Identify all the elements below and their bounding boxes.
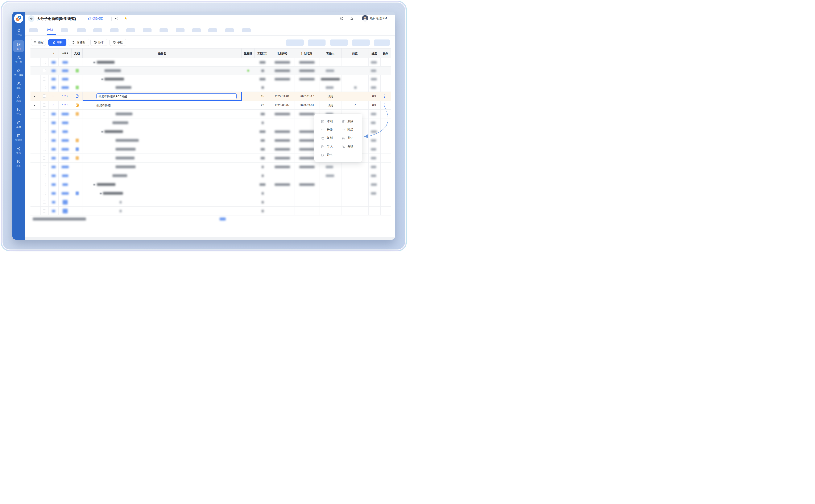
- row-checkbox[interactable]: [43, 130, 46, 133]
- tab-redacted[interactable]: [77, 28, 86, 32]
- help-button[interactable]: [340, 17, 344, 21]
- tab-plan[interactable]: 计划: [47, 28, 53, 32]
- menu-item-copy[interactable]: 复制: [321, 136, 333, 140]
- toolbar-redacted-button[interactable]: [308, 39, 326, 46]
- row-task[interactable]: 细胞株筛选: [96, 104, 111, 107]
- row-checkbox[interactable]: [43, 95, 46, 98]
- row-checkbox[interactable]: [43, 192, 46, 195]
- track-button[interactable]: 跟踪: [31, 39, 46, 46]
- col-duration[interactable]: 工期(天): [255, 49, 270, 58]
- drag-handle[interactable]: [34, 94, 37, 98]
- sidebar-item-team[interactable]: 团队: [12, 81, 25, 89]
- sidebar-item-workbench[interactable]: 工作台: [12, 28, 25, 36]
- col-wbs[interactable]: WBS: [58, 49, 72, 58]
- col-milestone[interactable]: 里程碑: [242, 49, 255, 58]
- sidebar-item-knowledge[interactable]: 知识库: [12, 134, 25, 142]
- redacted-caret: [93, 62, 95, 63]
- tab-redacted[interactable]: [126, 28, 135, 32]
- menu-item-promote[interactable]: 升级: [321, 127, 333, 132]
- col-actions[interactable]: 操作: [380, 49, 391, 58]
- sidebar-item-program[interactable]: 项目集: [12, 55, 25, 63]
- toolbar-redacted-button[interactable]: [286, 39, 304, 46]
- menu-item-export[interactable]: 导出: [321, 153, 333, 157]
- tab-redacted[interactable]: [29, 28, 38, 32]
- sidebar-item-label: 协作: [16, 152, 21, 155]
- tab-redacted[interactable]: [208, 28, 217, 32]
- col-plan-start[interactable]: 计划开始: [270, 49, 294, 58]
- col-plan-end[interactable]: 计划结束: [294, 49, 319, 58]
- toolbar-redacted-button[interactable]: [330, 39, 348, 46]
- toolbar-redacted-button[interactable]: [352, 39, 370, 46]
- row-checkbox[interactable]: [43, 156, 46, 160]
- menu-item-delete[interactable]: 删除: [342, 119, 353, 124]
- avatar[interactable]: [362, 15, 368, 21]
- notifications-button[interactable]: 5: [350, 17, 354, 21]
- tab-redacted[interactable]: [93, 28, 102, 32]
- menu-item-detail[interactable]: 详细: [321, 119, 333, 124]
- sidebar-item-timesheet[interactable]: 工时: [12, 121, 25, 129]
- sidebar-item-collaboration[interactable]: 协作: [12, 147, 25, 155]
- row-checkbox[interactable]: [43, 209, 46, 213]
- row-checkbox[interactable]: [43, 165, 46, 168]
- tab-redacted[interactable]: [143, 28, 151, 32]
- row-checkbox[interactable]: [43, 174, 46, 177]
- doc-icon-blue[interactable]: [75, 94, 79, 98]
- switch-project-button[interactable]: 切换项目: [88, 17, 104, 21]
- row-checkbox[interactable]: [43, 61, 46, 64]
- menu-item-cut[interactable]: 剪切: [342, 136, 353, 140]
- tab-redacted[interactable]: [110, 28, 118, 32]
- row-checkbox[interactable]: [43, 77, 46, 81]
- sidebar-item-review[interactable]: 评审: [12, 108, 25, 115]
- menu-item-import[interactable]: 导入: [321, 144, 333, 149]
- menu-item-demote[interactable]: 降级: [342, 127, 353, 132]
- tab-redacted[interactable]: [225, 28, 234, 32]
- row-checkbox[interactable]: [43, 112, 46, 115]
- row-checkbox[interactable]: [43, 201, 46, 204]
- share-button[interactable]: [115, 17, 118, 21]
- row-checkbox[interactable]: [43, 139, 46, 142]
- row-wbs[interactable]: 1.2.2: [62, 95, 68, 98]
- row-checkbox[interactable]: [43, 183, 46, 186]
- gantt-button[interactable]: 甘特图: [68, 39, 89, 46]
- col-doc[interactable]: 文档: [72, 49, 83, 58]
- tab-redacted[interactable]: [242, 28, 251, 32]
- row-actions-button[interactable]: [384, 95, 385, 98]
- row-checkbox[interactable]: [43, 86, 46, 89]
- col-predecessor[interactable]: 前置: [342, 49, 368, 58]
- col-owner[interactable]: 责任人: [319, 49, 342, 58]
- app-logo[interactable]: [14, 14, 23, 23]
- sidebar-item-workflow[interactable]: 流程: [12, 94, 25, 102]
- task-name-input[interactable]: [96, 93, 237, 99]
- params-button[interactable]: 参数: [109, 39, 126, 46]
- table-header: # WBS 文档 任务名 里程碑 工期(天) 计划开始 计划结束 责任人 前置 …: [30, 48, 391, 58]
- col-task[interactable]: 任务名: [83, 49, 242, 58]
- back-button[interactable]: [28, 15, 34, 22]
- row-checkbox[interactable]: [43, 148, 46, 151]
- tab-redacted[interactable]: [159, 28, 168, 32]
- redacted-caret: [101, 79, 103, 80]
- favorite-star-icon[interactable]: ★: [124, 16, 127, 21]
- bell-icon: [350, 17, 354, 21]
- user-name[interactable]: 项目经理 PM: [370, 17, 387, 20]
- tab-redacted[interactable]: [176, 28, 184, 32]
- tab-redacted[interactable]: [61, 28, 68, 32]
- row-actions-button[interactable]: [384, 104, 385, 107]
- col-num[interactable]: #: [48, 49, 58, 58]
- version-button[interactable]: 版本: [90, 39, 107, 46]
- edit-mode-button[interactable]: 编制: [48, 39, 66, 46]
- scissors-icon: [342, 136, 345, 140]
- menu-item-link[interactable]: 关联: [342, 144, 353, 149]
- sidebar-item-portfolio[interactable]: 项目组合: [12, 68, 25, 76]
- col-progress[interactable]: 进度: [368, 49, 380, 58]
- row-wbs[interactable]: 1.2.3: [62, 104, 68, 107]
- row-checkbox[interactable]: [43, 121, 46, 124]
- tab-redacted[interactable]: [192, 28, 201, 32]
- row-checkbox[interactable]: [43, 69, 46, 72]
- doc-icon-orange[interactable]: [75, 103, 79, 107]
- sidebar-item-project[interactable]: 项目: [13, 40, 24, 52]
- sidebar-item-business[interactable]: 商务: [12, 160, 25, 168]
- toolbar-redacted-button[interactable]: [374, 39, 390, 46]
- drag-handle[interactable]: [34, 103, 37, 107]
- redacted-link[interactable]: [220, 218, 226, 221]
- row-checkbox[interactable]: [43, 104, 46, 107]
